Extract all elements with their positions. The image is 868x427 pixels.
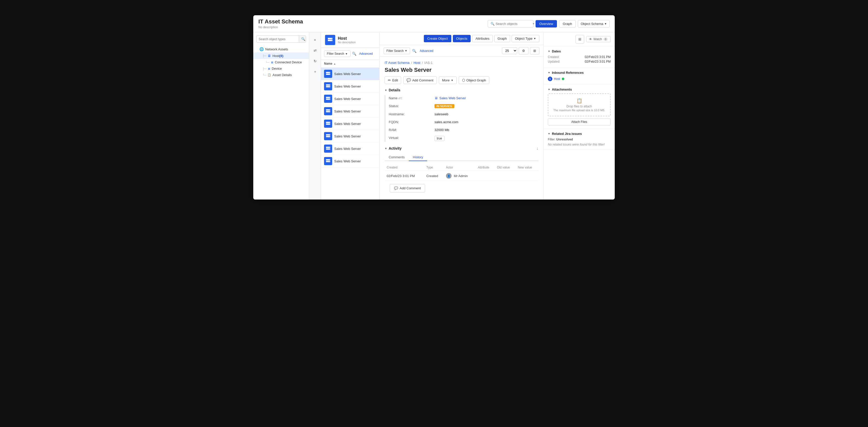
- name-link[interactable]: Sales Web Server: [439, 96, 466, 100]
- svg-point-31: [329, 149, 330, 150]
- object-item-7[interactable]: Sales Web Server: [321, 155, 379, 167]
- history-table: Created Type Actor Attribute Old value N…: [384, 164, 538, 181]
- chevron-down-icon: ▼: [604, 22, 607, 25]
- svg-point-23: [329, 124, 330, 125]
- filter-search-btn-main[interactable]: Filter Search ▼: [383, 47, 410, 54]
- attach-files-button[interactable]: Attach Files: [548, 118, 611, 126]
- breadcrumb-type[interactable]: Host: [414, 61, 421, 65]
- edit-button[interactable]: ✏ Edit: [384, 76, 401, 84]
- svg-point-35: [329, 161, 330, 162]
- status-badge: IN SERVICE: [435, 104, 454, 108]
- schema-subtitle: No description: [258, 26, 303, 29]
- add-comment-button[interactable]: 💬 Add Comment: [403, 76, 437, 84]
- sidebar-item-connected-device[interactable]: └─ 🖥 Connected Device: [253, 59, 309, 65]
- filter-bar-right: 25 50 100 ⚙ ⊞: [502, 47, 539, 55]
- max-size-text: The maximum file upload size is 10.0 MB.: [552, 109, 606, 112]
- svg-point-34: [329, 160, 330, 160]
- add-button[interactable]: ＋: [311, 67, 319, 76]
- page-size-select[interactable]: 25 50 100: [502, 47, 517, 54]
- related-issues-filter: Filter: Unresolved: [548, 138, 611, 141]
- sidebar-item-asset-details[interactable]: └─ 📋 Asset Details: [253, 72, 309, 78]
- search-object-types-input[interactable]: [256, 36, 299, 42]
- object-schema-button[interactable]: Object Schema ▼: [578, 20, 610, 28]
- search-icon-panel: 🔍: [352, 52, 356, 56]
- object-graph-button[interactable]: ⬡ Object Graph: [459, 76, 489, 84]
- dates-label: Dates: [552, 50, 561, 53]
- activity-toggle-icon: ▼: [384, 147, 387, 150]
- object-item-4[interactable]: Sales Web Server: [321, 118, 379, 130]
- type-header-left: Host No description: [325, 35, 355, 45]
- objects-tab-button[interactable]: Objects: [453, 35, 471, 42]
- graph-tab-button[interactable]: Graph: [494, 35, 510, 42]
- object-item-0[interactable]: Sales Web Server: [321, 68, 379, 80]
- overview-button[interactable]: Overview: [535, 20, 557, 28]
- asset-details-icon: 📋: [268, 73, 271, 76]
- svg-point-11: [329, 86, 330, 87]
- exchange-button[interactable]: ⇄: [311, 46, 319, 55]
- th-actor: Actor: [444, 164, 476, 171]
- dates-section: ▼ Dates Created: 02/Feb/23 3:01 PM Updat…: [544, 46, 615, 68]
- right-panel-top: ⊞ 👁 Watch 0: [544, 32, 615, 46]
- object-actions: ✏ Edit 💬 Add Comment More ▼ ⬡: [384, 76, 538, 84]
- comment-icon: 💬: [406, 78, 411, 82]
- svg-point-6: [329, 72, 330, 73]
- filter-search-button[interactable]: Filter Search ▼: [324, 51, 350, 57]
- drop-icon: 📋: [552, 98, 606, 104]
- sidebar-item-host[interactable]: ├─ 🖥 Host (8): [253, 53, 309, 59]
- create-object-button[interactable]: Create Object: [424, 35, 451, 42]
- view-toggle-button[interactable]: ⊞: [530, 47, 539, 55]
- object-name-4: Sales Web Server: [334, 122, 361, 126]
- object-name-6: Sales Web Server: [334, 147, 361, 151]
- connected-device-icon: 🖥: [271, 61, 273, 64]
- ref-name-0[interactable]: Host: [554, 77, 560, 81]
- more-button[interactable]: More ▼: [439, 76, 457, 84]
- attachments-drop-zone[interactable]: 📋 Drop files to attach The maximum file …: [548, 93, 611, 116]
- details-toggle-icon: ▼: [384, 89, 387, 92]
- th-old-value: Old value: [495, 164, 516, 171]
- type-icon: [325, 35, 335, 45]
- top-header: IT Asset Schema No description 🔍 ▼ Overv…: [253, 15, 615, 32]
- object-item-1[interactable]: Sales Web Server: [321, 80, 379, 93]
- history-tab[interactable]: History: [409, 154, 427, 161]
- th-new-value: New value: [516, 164, 538, 171]
- add-comment-area: 💬 Add Comment: [384, 181, 538, 195]
- object-item-2[interactable]: Sales Web Server: [321, 93, 379, 105]
- watch-button[interactable]: 👁 Watch 0: [586, 36, 611, 42]
- object-icon-4: [324, 120, 332, 128]
- object-item-3[interactable]: Sales Web Server: [321, 105, 379, 118]
- object-type-button[interactable]: Object Type ▼: [512, 35, 539, 42]
- advanced-filter-link[interactable]: Advanced: [418, 48, 435, 54]
- server-item-icon-0: [326, 71, 331, 76]
- object-icon-0: [324, 70, 332, 78]
- search-button[interactable]: 🔍: [299, 36, 306, 42]
- comments-tab[interactable]: Comments: [384, 154, 409, 161]
- device-icon: 🖥: [268, 67, 270, 70]
- graph-button[interactable]: Graph: [559, 20, 576, 28]
- host-label: Host: [273, 54, 279, 58]
- sidebar-item-network-assets[interactable]: 🌐 Network Assets: [253, 46, 309, 53]
- search-objects-input[interactable]: [496, 22, 531, 26]
- related-issues-toggle[interactable]: ▼: [548, 132, 550, 135]
- details-section-header[interactable]: ▼ Details: [384, 88, 538, 92]
- qr-icon-button[interactable]: ⊞: [576, 35, 584, 43]
- scroll-down-icon[interactable]: ↓: [536, 146, 538, 151]
- virtual-badge: true: [435, 136, 444, 141]
- dates-toggle[interactable]: ▼: [548, 50, 550, 53]
- sidebar-item-device[interactable]: ├─ 🖥 Device: [253, 65, 309, 72]
- attachments-toggle[interactable]: ▼: [548, 88, 550, 91]
- tree-connector-asset: └─: [262, 73, 267, 76]
- add-comment-bottom-button[interactable]: 💬 Add Comment: [390, 184, 425, 192]
- breadcrumb-schema[interactable]: IT Asset Schema: [384, 61, 409, 65]
- activity-section-header[interactable]: ▼ Activity ↓: [384, 146, 538, 151]
- server-item-icon-7: [326, 159, 331, 164]
- advanced-link[interactable]: Advanced: [358, 51, 374, 57]
- object-item-5[interactable]: Sales Web Server: [321, 130, 379, 142]
- collapse-button[interactable]: «: [311, 35, 319, 44]
- settings-button[interactable]: ⚙: [519, 47, 528, 55]
- refresh-button[interactable]: ↻: [311, 57, 319, 65]
- attributes-tab-button[interactable]: Attributes: [472, 35, 493, 42]
- inbound-refs-toggle[interactable]: ▼: [548, 71, 550, 74]
- object-item-6[interactable]: Sales Web Server: [321, 142, 379, 155]
- attachments-label: Attachments: [552, 88, 572, 91]
- top-header-right: 🔍 ▼ Overview Graph Object Schema ▼: [488, 20, 610, 28]
